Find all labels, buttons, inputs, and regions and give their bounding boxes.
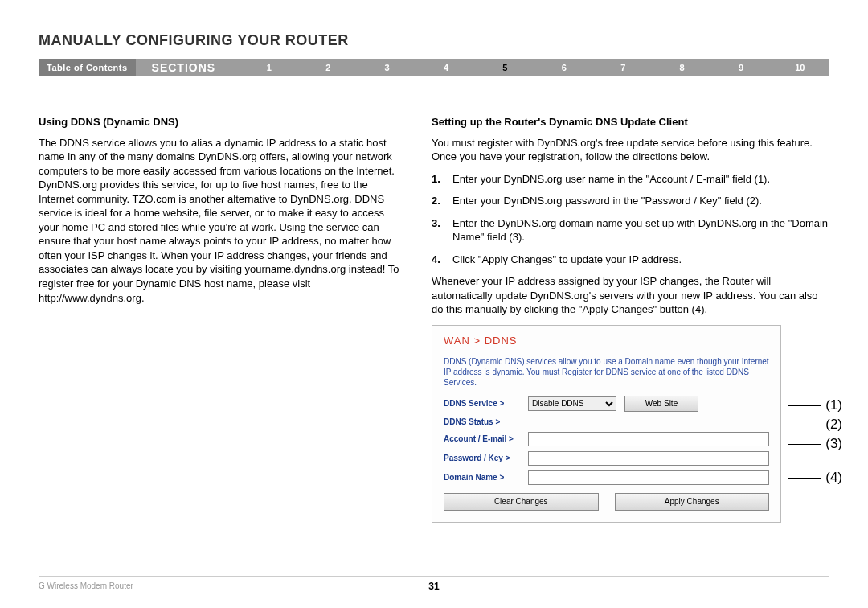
- step-text-4: Click "Apply Changes" to update your IP …: [452, 253, 829, 267]
- ddns-config-panel: WAN > DDNS DDNS (Dynamic DNS) services a…: [432, 325, 781, 523]
- step-num-4: 4.: [432, 253, 452, 267]
- page-number: 31: [428, 581, 439, 592]
- label-status: DDNS Status >: [444, 417, 528, 428]
- section-10[interactable]: 10: [771, 63, 829, 72]
- callout-3: (3): [825, 435, 842, 454]
- label-service: DDNS Service >: [444, 398, 528, 409]
- step-num-1: 1.: [432, 172, 452, 187]
- product-name: G Wireless Modem Router: [39, 581, 133, 590]
- right-intro: You must register with DynDNS.org's free…: [432, 136, 829, 164]
- section-8[interactable]: 8: [653, 63, 711, 72]
- left-column: Using DDNS (Dynamic DNS) The DDNS servic…: [39, 115, 403, 523]
- sections-label: SECTIONS: [136, 61, 240, 74]
- section-nav: Table of Contents SECTIONS 1 2 3 4 5 6 7…: [39, 59, 829, 76]
- clear-changes-button[interactable]: Clear Changes: [444, 493, 599, 511]
- label-domain: Domain Name >: [444, 472, 528, 483]
- domain-name-input[interactable]: [528, 470, 769, 485]
- callout-2: (2): [825, 416, 842, 434]
- callout-labels: (1) (2) (3) (4): [788, 396, 842, 487]
- right-column: Setting up the Router's Dynamic DNS Upda…: [432, 115, 829, 523]
- step-text-2: Enter your DynDNS.org password in the "P…: [452, 194, 829, 208]
- toc-link[interactable]: Table of Contents: [39, 59, 136, 76]
- left-heading: Using DDNS (Dynamic DNS): [39, 115, 403, 129]
- apply-changes-button[interactable]: Apply Changes: [615, 493, 770, 511]
- section-1[interactable]: 1: [240, 63, 298, 72]
- section-5[interactable]: 5: [476, 63, 534, 72]
- left-body: The DDNS service allows you to alias a d…: [39, 136, 403, 306]
- callout-4: (4): [825, 469, 842, 487]
- account-email-input[interactable]: [528, 432, 769, 446]
- page-footer: G Wireless Modem Router 31: [39, 576, 829, 590]
- breadcrumb: WAN > DDNS: [444, 334, 769, 348]
- step-text-3: Enter the DynDNS.org domain name you set…: [452, 216, 829, 244]
- step-num-3: 3.: [432, 216, 452, 244]
- right-outro: Whenever your IP address assigned by you…: [432, 274, 829, 317]
- section-4[interactable]: 4: [416, 63, 475, 72]
- right-heading: Setting up the Router's Dynamic DNS Upda…: [432, 115, 829, 129]
- step-num-2: 2.: [432, 194, 452, 208]
- label-password: Password / Key >: [444, 453, 528, 464]
- panel-description: DDNS (Dynamic DNS) services allow you to…: [444, 356, 769, 388]
- section-9[interactable]: 9: [711, 63, 770, 72]
- section-6[interactable]: 6: [534, 63, 593, 72]
- section-3[interactable]: 3: [358, 63, 416, 72]
- label-account: Account / E-mail >: [444, 433, 528, 445]
- section-2[interactable]: 2: [299, 63, 358, 72]
- page-title: MANUALLY CONFIGURING YOUR ROUTER: [39, 32, 829, 49]
- step-text-1: Enter your DynDNS.org user name in the "…: [452, 172, 829, 187]
- callout-1: (1): [825, 396, 842, 415]
- section-7[interactable]: 7: [594, 63, 653, 72]
- password-key-input[interactable]: [528, 451, 769, 466]
- website-button[interactable]: Web Site: [624, 396, 698, 412]
- ddns-service-select[interactable]: Disable DDNS: [528, 396, 616, 411]
